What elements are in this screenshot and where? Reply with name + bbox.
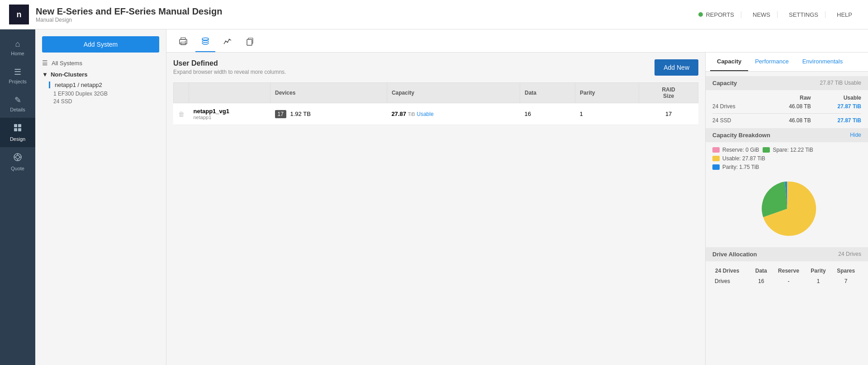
- pie-chart-container: [712, 177, 861, 240]
- help-nav[interactable]: HELP: [830, 11, 859, 18]
- tree-sub: 1 EF300 Duplex 32GB: [49, 91, 159, 97]
- capacity-section: Capacity 27.87 TiB Usable Raw Usable 24 …: [706, 72, 868, 291]
- svg-point-16: [227, 42, 228, 43]
- tree-sub1: 1 EF300 Duplex 32GB: [53, 91, 108, 97]
- sidebar-item-home[interactable]: ⌂ Home: [0, 34, 35, 62]
- svg-point-14: [202, 38, 209, 40]
- alloc-row: Drives 16 - 1 7: [713, 277, 860, 286]
- col-name: [189, 83, 270, 103]
- main-layout: ⌂ Home ☰ Projects ✎ Details Design: [0, 29, 868, 365]
- projects-icon: ☰: [14, 67, 21, 77]
- top-header: n New E-Series and EF-Series Manual Desi…: [0, 0, 868, 29]
- content-title-block: User Defined Expand browser width to rev…: [173, 59, 286, 75]
- svg-rect-1: [18, 124, 21, 127]
- capacity-section-header: Capacity 27.87 TiB Usable: [706, 76, 868, 90]
- legend-parity: Parity: 1.75 TiB: [712, 164, 759, 170]
- reports-nav[interactable]: REPORTS: [692, 11, 741, 18]
- tab-capacity[interactable]: Capacity: [710, 53, 748, 71]
- row-capacity-cell: 27.87 TiB Usable: [387, 103, 520, 125]
- capacity-value: 27.87: [391, 110, 406, 117]
- legend-reserve: Reserve: 0 GiB: [712, 147, 759, 153]
- sidebar-item-details[interactable]: ✎ Details: [0, 90, 35, 118]
- svg-rect-0: [14, 124, 17, 127]
- row-data-cell: 16: [520, 103, 575, 125]
- app-title: New E-Series and EF-Series Manual Design: [36, 6, 222, 17]
- all-systems-label: All Systems: [52, 60, 82, 67]
- usable-legend-label: Usable: 27.87 TiB: [722, 155, 765, 162]
- content-header: User Defined Expand browser width to rev…: [173, 59, 698, 76]
- news-nav[interactable]: NEWS: [746, 11, 778, 18]
- cap-grid-spacer: [712, 95, 760, 101]
- right-panel: Capacity Performance Environmentals Capa…: [705, 53, 868, 365]
- right-tabs: Capacity Performance Environmentals: [706, 53, 868, 72]
- col-data: Data: [520, 83, 575, 103]
- svg-rect-18: [247, 39, 252, 45]
- spare-color: [763, 147, 770, 153]
- svg-rect-2: [14, 128, 17, 131]
- content-title: User Defined: [173, 59, 286, 67]
- sidebar-label-details: Details: [10, 107, 25, 112]
- settings-nav[interactable]: SETTINGS: [782, 11, 825, 18]
- cap-row1-usable: 27.87 TiB: [813, 103, 861, 110]
- content-row: User Defined Expand browser width to rev…: [166, 53, 868, 365]
- svg-point-13: [185, 41, 186, 42]
- col-raid-size: RAIDSize: [639, 83, 698, 103]
- alloc-table: 24 Drives Data Reserve Parity Spares Dri…: [712, 265, 861, 287]
- vg-table: Devices Capacity Data Parity RAIDSize 🗑: [173, 82, 698, 125]
- non-clusters-label: Non-Clusters: [51, 71, 88, 78]
- non-clusters-row[interactable]: ▼ Non-Clusters: [42, 71, 159, 78]
- legend-spare: Spare: 12.22 TiB: [763, 147, 813, 153]
- vg-system: netapp1: [194, 115, 266, 120]
- sidebar-item-design[interactable]: Design: [0, 118, 35, 147]
- status-dot: [698, 12, 703, 17]
- tree-sub2: 24 SSD: [53, 98, 72, 105]
- content-area: User Defined Expand browser width to rev…: [166, 53, 705, 365]
- col-devices: Devices: [270, 83, 387, 103]
- drives-count: 24 Drives: [838, 251, 861, 258]
- pie-chart: [755, 177, 819, 240]
- tree-system-name[interactable]: netapp1 / netapp2: [49, 82, 159, 88]
- cap-row2-usable: 27.87 TiB: [813, 117, 861, 124]
- header-title-block: New E-Series and EF-Series Manual Design…: [36, 6, 222, 23]
- quote-icon: [13, 153, 22, 164]
- sidebar-item-quote[interactable]: Quote: [0, 147, 35, 177]
- alloc-row-label: Drives: [713, 277, 750, 286]
- cap-header-usable: Usable: [813, 95, 861, 101]
- tab-chart[interactable]: [218, 33, 237, 52]
- tab-environmentals[interactable]: Environmentals: [796, 53, 850, 71]
- tab-database[interactable]: [195, 33, 215, 52]
- reserve-color: [712, 147, 720, 153]
- tree-sub2-row: 24 SSD: [49, 98, 159, 105]
- hide-button[interactable]: Hide: [850, 132, 861, 139]
- alloc-row-spares: 7: [831, 277, 860, 286]
- col-delete: [174, 83, 189, 103]
- alloc-col-drives: 24 Drives: [713, 266, 750, 276]
- reserve-label: Reserve: 0 GiB: [722, 147, 759, 153]
- all-systems-icon: ☰: [42, 59, 48, 67]
- parity-legend-label: Parity: 1.75 TiB: [722, 164, 759, 170]
- capacity-unit: TiB: [408, 111, 415, 117]
- add-new-button[interactable]: Add New: [655, 59, 698, 76]
- add-system-button[interactable]: Add System: [42, 36, 159, 53]
- sidebar-item-projects[interactable]: ☰ Projects: [0, 62, 35, 90]
- all-systems-row[interactable]: ☰ All Systems: [42, 59, 159, 67]
- svg-rect-3: [18, 128, 21, 131]
- legend-row-3: Parity: 1.75 TiB: [712, 164, 861, 170]
- tab-performance[interactable]: Performance: [748, 53, 795, 71]
- tab-copy[interactable]: [240, 33, 260, 52]
- row-delete-cell: 🗑: [174, 103, 189, 125]
- breakdown-header: Capacity Breakdown Hide: [706, 128, 868, 142]
- main-content-area: User Defined Expand browser width to rev…: [166, 53, 705, 365]
- row-parity-cell: 1: [575, 103, 639, 125]
- svg-rect-12: [181, 42, 185, 45]
- drive-alloc-title: Drive Allocation: [712, 251, 757, 258]
- sidebar: ⌂ Home ☰ Projects ✎ Details Design: [0, 29, 35, 365]
- svg-point-15: [225, 41, 227, 42]
- tab-print[interactable]: [173, 34, 193, 52]
- alloc-col-parity: Parity: [806, 266, 831, 276]
- cap-row2-raw: 46.08 TB: [763, 117, 811, 124]
- alloc-col-reserve: Reserve: [772, 266, 805, 276]
- alloc-col-spares: Spares: [831, 266, 860, 276]
- delete-icon[interactable]: 🗑: [178, 110, 185, 118]
- alloc-row-parity: 1: [806, 277, 831, 286]
